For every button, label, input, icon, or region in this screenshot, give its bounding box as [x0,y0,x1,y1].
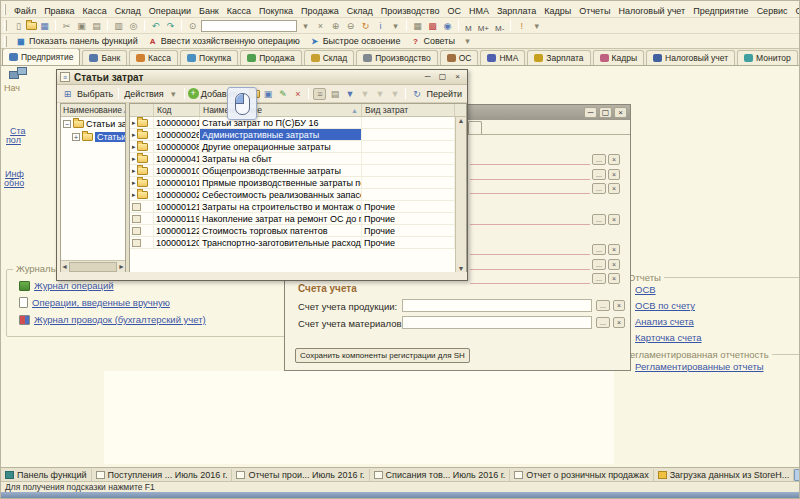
filter-history-icon[interactable]: ▼ [373,88,386,100]
menu-item[interactable]: Продажа [297,6,343,16]
report-link[interactable]: Анализ счета [635,316,694,327]
funcbar-button[interactable]: ➤Быстрое освоение [305,35,406,48]
taskbar-item[interactable]: Отчет о розничных продажах [510,469,653,481]
expand-icon[interactable]: ▸ [132,179,136,187]
field-clear-button[interactable]: × [608,214,620,225]
tab-Предприятие[interactable]: Предприятие [2,49,80,65]
material-account-input[interactable] [402,316,592,329]
menu-item[interactable]: Отчеты [575,6,614,16]
report-link[interactable]: ОСВ по счету [635,300,695,311]
menu-item[interactable]: Предприятие [689,6,752,16]
maximize-button[interactable]: ▢ [436,72,449,83]
product-account-picker[interactable]: ... [596,300,610,311]
sidebar-link-fragment[interactable]: пол [6,135,21,145]
field-picker-button[interactable]: ... [592,183,606,194]
field-underline[interactable] [470,258,590,270]
tree-expander-icon[interactable]: − [63,120,71,128]
tab-ОС[interactable]: ОС [440,50,479,65]
field-picker-button[interactable]: ... [592,273,606,284]
table-row[interactable]: ▸100000002Себестоимость реализованных за… [130,189,466,201]
table-row[interactable]: ▸100000026Административные затраты [130,129,466,141]
open-icon[interactable] [26,22,37,30]
calculator-memory-button[interactable]: М- [492,24,507,33]
field-picker-button[interactable]: ... [592,154,606,165]
table-row[interactable]: 100000122Стоимость торговых патентовПроч… [130,225,466,237]
minimize-button[interactable]: ─ [584,107,597,118]
window-close-icon[interactable]: ▩ [426,20,439,32]
menu-item[interactable]: НМА [465,6,493,16]
menu-item[interactable]: Файл [10,6,40,16]
goto-dropdown-icon[interactable]: ▾ [465,88,467,100]
taskbar-item[interactable]: Списания тов... Июль 2016 г. [370,469,511,481]
funcbar-button[interactable]: ▦Показать панель функций [11,35,143,48]
field-clear-button[interactable]: × [608,244,620,255]
menu-item[interactable]: Операции [145,6,195,16]
redo-icon[interactable]: ↷ [164,20,177,32]
table-row[interactable]: 100000120Транспортно-заготовительные рас… [130,237,466,249]
copy-icon[interactable]: ▣ [75,20,88,32]
window-list-icon[interactable]: ▦ [411,20,424,32]
menu-item[interactable]: Касса [223,6,255,16]
table-vscrollbar[interactable]: ▲ ▼ [455,117,466,272]
menu-item[interactable]: Кадры [540,6,575,16]
tree-header[interactable]: Наименование ▲ [61,104,125,117]
report-link[interactable]: Карточка счета [635,332,702,343]
print-icon[interactable]: ▥ [112,20,125,32]
expand-icon[interactable]: ▸ [132,131,136,139]
select-button[interactable]: Выбрать [77,89,113,99]
field-underline[interactable] [470,153,590,165]
save-icon[interactable]: ▦ [38,20,51,32]
menu-item[interactable]: Сервис [753,6,792,16]
refresh-icon[interactable]: ↻ [359,20,372,32]
menu-item[interactable]: Налоговый учет [614,6,689,16]
tab-Покупка[interactable]: Покупка [180,50,238,65]
tree-item[interactable]: −Статьи затрат [61,117,125,130]
funcbar-dropdown-icon[interactable]: ▾ [461,35,474,47]
field-underline[interactable] [470,182,590,194]
filter-by-value-icon[interactable]: ▼ [358,88,371,100]
zoom-out-icon[interactable]: ⊖ [344,20,357,32]
menu-item[interactable]: Окна [791,6,800,16]
expand-icon[interactable]: ▸ [132,119,136,127]
tips-bulb-icon[interactable]: ! [515,20,528,32]
regulated-link[interactable]: Регламентированные отчеты [635,361,764,372]
report-link[interactable]: ОСВ [635,284,656,295]
table-header-col-type[interactable]: Вид затрат [362,104,455,116]
field-underline[interactable] [470,213,590,225]
journal-link[interactable]: Журнал операций [34,280,114,291]
cut-icon[interactable]: ✂ [60,20,73,32]
field-underline[interactable] [470,272,590,284]
expand-icon[interactable]: ▸ [132,191,136,199]
info-dropdown-icon[interactable]: ▾ [389,20,402,32]
toolbar-grip[interactable] [4,4,6,15]
user-icon[interactable]: ◉ [441,20,454,32]
table-header[interactable]: КодНаименование▲Вид затрат [130,104,466,117]
toolbar-grip[interactable] [4,20,7,31]
field-underline[interactable] [470,168,590,180]
menu-item[interactable]: Производство [377,6,444,16]
find-icon[interactable]: ⊙ [186,20,199,32]
expand-icon[interactable]: ▸ [132,143,136,151]
taskbar-item[interactable]: Статьи затрат [794,469,800,481]
menu-item[interactable]: Правка [40,6,78,16]
material-account-picker[interactable]: ... [596,317,610,328]
menu-item[interactable]: ОС [443,6,465,16]
funcbar-button[interactable]: ?Советы [405,35,459,48]
toolbar-grip[interactable] [4,36,7,47]
scroll-down-icon[interactable]: ▼ [458,265,465,272]
copy-item-icon[interactable]: ▣ [261,88,274,100]
field-picker-button[interactable]: ... [592,169,606,180]
tab-Кадры[interactable]: Кадры [593,50,644,65]
tab-Банк[interactable]: Банк [82,50,127,65]
minimize-button[interactable]: ─ [421,72,434,83]
filter-icon[interactable]: ▼ [343,88,356,100]
field-clear-button[interactable]: × [608,154,620,165]
table-header-col-code[interactable]: Код [154,104,200,116]
sidebar-link-fragment[interactable]: обно [4,178,24,188]
table-row[interactable]: ▸100000041Затраты на сбыт [130,153,466,165]
list-settings-icon[interactable]: ▤ [328,88,341,100]
tree-item[interactable]: +Статьи затр... [61,130,125,143]
product-account-clear[interactable]: × [613,300,625,311]
tab-НМА[interactable]: НМА [480,50,525,65]
search-clear-icon[interactable]: × [314,20,327,32]
